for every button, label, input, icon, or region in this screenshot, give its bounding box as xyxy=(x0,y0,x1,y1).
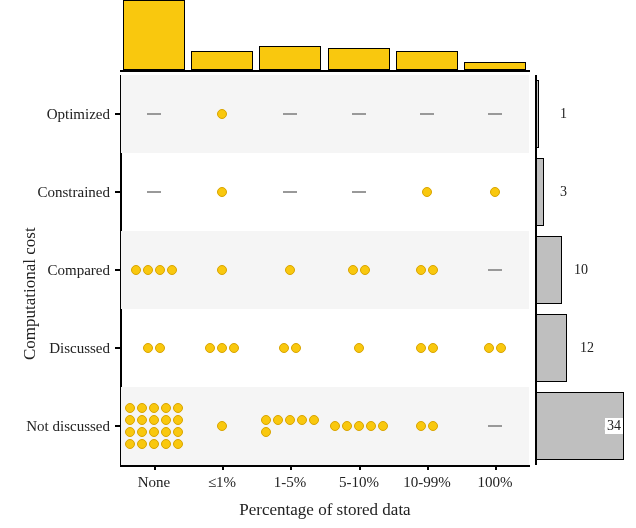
right-bar xyxy=(536,314,567,382)
y-tick xyxy=(115,191,120,193)
cell-dot xyxy=(490,187,500,197)
cell-dot xyxy=(279,343,289,353)
cell-empty-dash xyxy=(283,191,297,193)
cell-dot xyxy=(137,415,147,425)
x-cat-label: None xyxy=(124,474,184,491)
y-cat-label: Not discussed xyxy=(0,418,110,435)
x-cat-label: 10-99% xyxy=(397,474,457,491)
cell-dot xyxy=(217,421,227,431)
cell-dot xyxy=(149,439,159,449)
y-tick xyxy=(115,347,120,349)
cell-dot xyxy=(217,265,227,275)
cell-dot xyxy=(155,265,165,275)
cell-dot xyxy=(342,421,352,431)
cell-empty-dash xyxy=(352,113,366,115)
cell-empty-dash xyxy=(147,191,161,193)
cell-dot xyxy=(131,265,141,275)
x-cat-label: ≤1% xyxy=(192,474,252,491)
cell-dot xyxy=(484,343,494,353)
cell-dot xyxy=(161,427,171,437)
y-tick xyxy=(115,425,120,427)
cell-dot xyxy=(360,265,370,275)
top-bar xyxy=(259,46,321,70)
cell-dot xyxy=(161,439,171,449)
cell-dot xyxy=(205,343,215,353)
cell-dot xyxy=(217,343,227,353)
x-tick xyxy=(290,465,292,470)
cell-dot xyxy=(125,415,135,425)
y-cat-label: Optimized xyxy=(0,106,110,123)
right-bar xyxy=(536,236,562,304)
cell-dot xyxy=(291,343,301,353)
cell-dot xyxy=(261,427,271,437)
row-total-label: 10 xyxy=(574,262,588,278)
top-bar xyxy=(396,51,458,70)
right-bar xyxy=(536,158,544,226)
top-marginal-baseline xyxy=(120,70,530,72)
cell-dot xyxy=(378,421,388,431)
cell-dot xyxy=(428,421,438,431)
cell-dot xyxy=(422,187,432,197)
cell-dot xyxy=(167,265,177,275)
x-tick xyxy=(359,465,361,470)
cell-dot xyxy=(261,415,271,425)
cell-dot xyxy=(137,403,147,413)
cell-empty-dash xyxy=(283,113,297,115)
x-tick xyxy=(222,465,224,470)
cell-dot xyxy=(125,427,135,437)
cell-dot xyxy=(416,343,426,353)
cell-dot xyxy=(149,427,159,437)
cell-dot xyxy=(354,421,364,431)
x-tick xyxy=(154,465,156,470)
x-cat-label: 1-5% xyxy=(260,474,320,491)
y-cat-label: Constrained xyxy=(0,184,110,201)
x-cat-label: 100% xyxy=(465,474,525,491)
cell-empty-dash xyxy=(147,113,161,115)
cell-dot xyxy=(366,421,376,431)
cell-dot xyxy=(173,439,183,449)
cell-dot xyxy=(428,343,438,353)
cell-dot xyxy=(285,415,295,425)
cell-dot xyxy=(137,427,147,437)
cell-dot xyxy=(161,415,171,425)
x-tick xyxy=(495,465,497,470)
cell-dot xyxy=(149,403,159,413)
x-axis-title: Percentage of stored data xyxy=(120,500,530,520)
cell-dot xyxy=(297,415,307,425)
cell-dot xyxy=(354,343,364,353)
y-tick xyxy=(115,113,120,115)
row-total-label: 1 xyxy=(560,106,567,122)
cell-empty-dash xyxy=(488,113,502,115)
x-axis-line xyxy=(120,465,530,467)
cell-dot xyxy=(173,403,183,413)
row-total-label: 3 xyxy=(560,184,567,200)
row-band xyxy=(121,75,529,153)
cell-dot xyxy=(348,265,358,275)
cell-dot xyxy=(416,421,426,431)
cell-dot xyxy=(155,343,165,353)
cell-dot xyxy=(428,265,438,275)
cell-dot xyxy=(217,109,227,119)
cell-dot xyxy=(285,265,295,275)
cell-dot xyxy=(416,265,426,275)
cell-dot xyxy=(173,427,183,437)
cell-dot xyxy=(137,439,147,449)
cell-dot xyxy=(161,403,171,413)
top-bar xyxy=(123,0,185,70)
row-total-label-alt: 34 xyxy=(605,418,623,434)
cell-dot xyxy=(217,187,227,197)
cell-dot xyxy=(143,343,153,353)
cell-dot xyxy=(496,343,506,353)
y-cat-label: Discussed xyxy=(0,340,110,357)
row-total-label: 12 xyxy=(580,340,594,356)
row-band xyxy=(121,231,529,309)
cell-empty-dash xyxy=(420,113,434,115)
top-bar xyxy=(191,51,253,70)
cell-empty-dash xyxy=(488,425,502,427)
cell-dot xyxy=(149,415,159,425)
cell-dot xyxy=(330,421,340,431)
top-bar xyxy=(328,48,390,70)
cell-dot xyxy=(309,415,319,425)
cell-dot xyxy=(143,265,153,275)
cell-dot xyxy=(229,343,239,353)
